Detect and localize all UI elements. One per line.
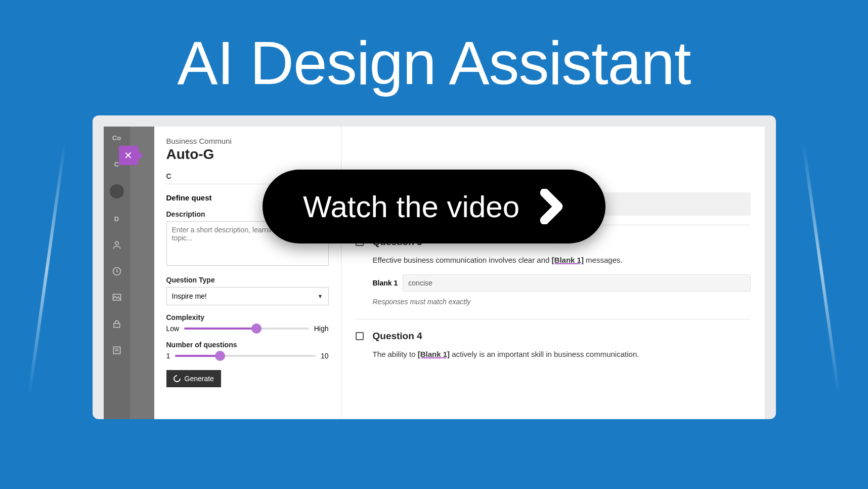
refresh-icon — [172, 374, 182, 384]
blank-token: [Blank 1] — [552, 256, 584, 264]
complexity-high: High — [314, 324, 329, 333]
list-icon[interactable] — [111, 344, 123, 356]
blank-1-input[interactable] — [403, 274, 750, 292]
blank-token: [Blank 1] — [418, 350, 450, 358]
background-dim — [130, 127, 154, 419]
breadcrumb: Business Communi — [166, 137, 329, 145]
close-button[interactable]: ✕ — [119, 146, 138, 165]
question-4-checkbox[interactable] — [356, 332, 364, 340]
numq-max: 10 — [321, 352, 329, 360]
nav-item-3[interactable]: D — [111, 213, 123, 225]
question-type-select[interactable]: Inspire me! ▼ — [166, 287, 329, 305]
app-window: ✕ Co C D Business Communi — [93, 115, 776, 419]
question-4-title: Question 4 — [373, 331, 422, 342]
generate-label: Generate — [185, 375, 214, 383]
nav-sidebar: Co C D — [104, 127, 130, 419]
numq-slider[interactable] — [175, 355, 316, 357]
question-type-label: Question Type — [166, 276, 329, 284]
svg-rect-3 — [114, 323, 120, 328]
panel-title: Auto-G — [166, 146, 329, 162]
watch-video-button[interactable]: Watch the video — [263, 170, 605, 243]
numq-min: 1 — [166, 352, 170, 360]
watch-video-label: Watch the video — [303, 189, 519, 224]
numq-label: Number of questions — [166, 341, 329, 349]
generate-button[interactable]: Generate — [166, 370, 221, 387]
user-icon[interactable] — [111, 239, 123, 251]
hero-title: AI Design Assistant — [0, 28, 868, 98]
question-3-text: Effective business communication involve… — [373, 255, 751, 266]
chevron-right-icon — [540, 189, 565, 224]
svg-point-0 — [115, 241, 118, 245]
complexity-low: Low — [166, 324, 180, 333]
image-icon[interactable] — [111, 292, 123, 304]
complexity-slider[interactable] — [184, 328, 309, 330]
tab-item[interactable]: C — [166, 172, 171, 180]
question-type-value: Inspire me! — [172, 292, 207, 300]
chevron-down-icon: ▼ — [318, 293, 323, 299]
match-hint: Responses must match exactly — [373, 298, 751, 306]
blank-1-label: Blank 1 — [373, 279, 398, 287]
nav-item-1[interactable]: Co — [111, 132, 123, 144]
complexity-label: Complexity — [166, 313, 329, 321]
close-icon: ✕ — [124, 149, 133, 161]
nav-avatar[interactable] — [110, 184, 124, 198]
clock-icon[interactable] — [111, 265, 123, 277]
lock-icon[interactable] — [111, 318, 123, 330]
question-4-text: The ability to [Blank 1] actively is an … — [373, 349, 751, 360]
question-4-block: Question 4 The ability to [Blank 1] acti… — [356, 319, 751, 374]
